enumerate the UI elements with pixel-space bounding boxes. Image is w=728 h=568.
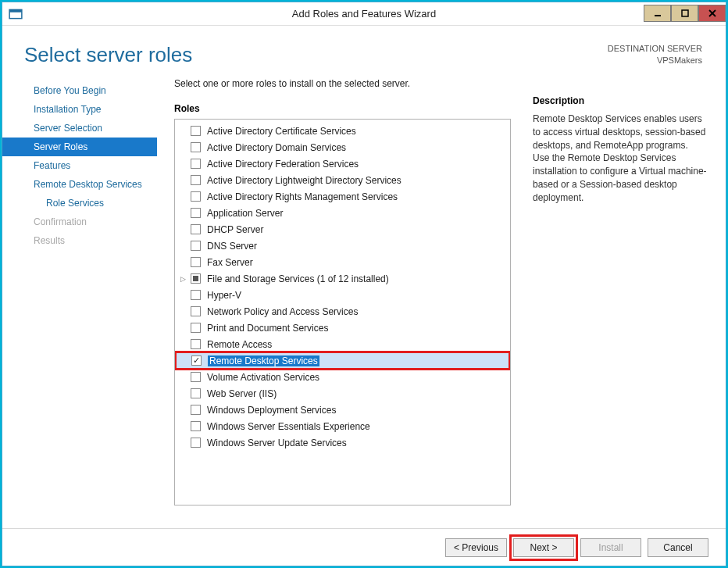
role-row[interactable]: Application Server [175,205,510,221]
description-column: Description Remote Desktop Services enab… [526,75,726,528]
svg-rect-1 [9,9,22,12]
role-checkbox[interactable] [191,241,201,251]
role-checkbox[interactable] [191,224,201,234]
nav-item-label: Confirmation [34,216,87,227]
nav-item-label: Server Selection [34,123,102,134]
next-button[interactable]: Next > [513,538,574,557]
role-checkbox[interactable] [191,191,201,202]
nav-item-label: Role Services [46,198,104,209]
role-checkbox[interactable] [191,388,201,398]
role-row[interactable]: Active Directory Rights Management Servi… [175,188,510,205]
role-checkbox[interactable] [191,175,201,185]
role-row[interactable]: Remote Desktop Services [176,352,509,369]
minimize-button[interactable] [644,5,671,22]
role-label: Volume Activation Services [207,372,319,383]
role-label: Active Directory Federation Services [207,159,359,170]
nav-item-before-you-begin[interactable]: Before You Begin [2,81,157,100]
role-label: Active Directory Certificate Services [207,126,356,137]
svg-rect-3 [682,10,688,16]
role-label: Remote Desktop Services [208,355,319,366]
role-checkbox[interactable] [191,405,201,415]
nav-item-features[interactable]: Features [2,156,157,175]
role-checkbox[interactable] [191,438,201,448]
description-text: Remote Desktop Services enables users to… [533,113,707,205]
roles-heading: Roles [174,103,511,114]
previous-button[interactable]: < Previous [445,538,507,557]
wizard-window: Add Roles and Features Wizard Select ser… [2,2,726,566]
close-button[interactable] [698,5,726,22]
header-row: Select server roles DESTINATION SERVER V… [2,26,726,75]
role-label: Remote Access [207,339,272,350]
nav-item-label: Installation Type [34,104,102,115]
role-row[interactable]: Remote Access [175,336,510,352]
role-label: Web Server (IIS) [207,388,277,399]
nav-item-label: Results [34,235,65,246]
window-controls [644,5,726,22]
titlebar: Add Roles and Features Wizard [2,2,726,26]
nav-item-results: Results [2,231,157,250]
role-row[interactable]: Hyper-V [175,287,510,303]
nav-item-confirmation: Confirmation [2,213,157,231]
role-row[interactable]: Volume Activation Services [175,369,510,385]
role-checkbox[interactable] [191,372,201,382]
role-checkbox[interactable] [191,142,201,152]
role-row[interactable]: Active Directory Federation Services [175,155,510,172]
destination-name: VPSMakers [608,55,702,66]
nav-item-label: Before You Begin [34,85,106,96]
role-label: Print and Document Services [207,323,328,334]
nav-item-installation-type[interactable]: Installation Type [2,100,157,119]
role-row[interactable]: Active Directory Lightweight Directory S… [175,172,510,188]
role-row[interactable]: Web Server (IIS) [175,385,510,402]
role-label: Active Directory Rights Management Servi… [207,191,398,202]
nav-item-label: Remote Desktop Services [34,179,142,190]
role-label: Hyper-V [207,290,241,301]
role-checkbox[interactable] [191,290,201,300]
role-checkbox[interactable] [191,126,201,136]
role-checkbox[interactable] [191,306,201,316]
roles-column: Select one or more roles to install on t… [157,75,526,528]
role-row[interactable]: Print and Document Services [175,320,510,336]
role-row[interactable]: Active Directory Domain Services [175,139,510,155]
role-checkbox[interactable] [191,159,201,169]
nav-sidebar: Before You BeginInstallation TypeServer … [2,75,157,528]
nav-item-server-selection[interactable]: Server Selection [2,119,157,138]
nav-item-remote-desktop-services[interactable]: Remote Desktop Services [2,175,157,194]
role-checkbox[interactable] [191,339,201,349]
role-label: Network Policy and Access Services [207,306,358,317]
role-row[interactable]: Fax Server [175,254,510,270]
role-label: File and Storage Services (1 of 12 insta… [207,273,389,284]
role-label: Application Server [207,208,283,219]
role-label: Fax Server [207,257,253,268]
role-row[interactable]: Windows Server Essentials Experience [175,418,510,434]
window-title: Add Roles and Features Wizard [292,8,436,20]
install-button[interactable]: Install [580,538,641,557]
role-checkbox[interactable] [191,421,201,431]
role-checkbox[interactable] [191,355,202,366]
maximize-button[interactable] [671,5,698,22]
destination-box: DESTINATION SERVER VPSMakers [608,43,702,66]
role-label: Active Directory Domain Services [207,142,346,153]
content-area: Select server roles DESTINATION SERVER V… [2,26,726,566]
role-label: DHCP Server [207,224,263,235]
role-row[interactable]: Windows Server Update Services [175,434,510,451]
roles-listbox[interactable]: Active Directory Certificate ServicesAct… [174,119,511,505]
instruction-text: Select one or more roles to install on t… [174,78,511,89]
app-icon [9,7,23,21]
role-row[interactable]: Windows Deployment Services [175,402,510,418]
role-label: DNS Server [207,241,257,252]
expand-icon[interactable]: ▷ [178,275,187,283]
role-row[interactable]: Network Policy and Access Services [175,303,510,320]
role-checkbox[interactable] [191,273,201,284]
nav-item-role-services[interactable]: Role Services [2,194,157,213]
role-row[interactable]: Active Directory Certificate Services [175,123,510,139]
role-checkbox[interactable] [191,208,201,218]
nav-item-server-roles[interactable]: Server Roles [2,138,157,156]
role-row[interactable]: DNS Server [175,238,510,254]
role-checkbox[interactable] [191,323,201,333]
role-checkbox[interactable] [191,257,201,267]
close-icon [708,9,717,17]
role-row[interactable]: DHCP Server [175,221,510,238]
role-row[interactable]: ▷File and Storage Services (1 of 12 inst… [175,270,510,287]
role-label: Windows Server Essentials Experience [207,421,370,432]
cancel-button[interactable]: Cancel [648,538,708,557]
